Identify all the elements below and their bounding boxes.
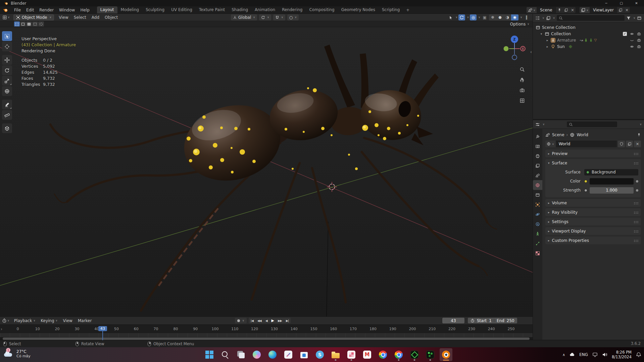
ortho-toggle-icon[interactable]: [519, 98, 525, 103]
clock-widget[interactable]: 8:26 PM 8/13/2024: [612, 350, 632, 359]
options-dropdown[interactable]: Options∨: [510, 22, 529, 27]
taskbar-app-green-app-2[interactable]: [424, 348, 437, 361]
start-frame-field[interactable]: 1: [489, 318, 492, 323]
outliner-row-scene-collection[interactable]: Scene Collection: [533, 24, 644, 31]
taskbar-app-snipping[interactable]: [282, 348, 295, 361]
shading-solid-button[interactable]: ●: [496, 14, 504, 20]
weather-widget[interactable]: 1 27°C Có mây: [3, 349, 31, 359]
playback-menu[interactable]: Playback∨: [11, 318, 38, 323]
taskbar-app-skype[interactable]: [313, 348, 326, 361]
tool-add-cube[interactable]: [2, 123, 12, 133]
playhead[interactable]: 43: [98, 326, 107, 331]
region-collapse-arrow[interactable]: ‹: [530, 49, 532, 54]
properties-tab-collection[interactable]: [533, 190, 542, 200]
unlink-scene-icon[interactable]: ×: [569, 7, 576, 13]
workspace-tab-sculpting[interactable]: Sculpting: [142, 6, 168, 13]
gizmos-toggle[interactable]: [458, 14, 465, 20]
outliner-row-collection[interactable]: ▾ Collection ✓: [533, 31, 644, 37]
timeline-editor-button[interactable]: ∨: [0, 318, 11, 323]
pin-id-icon[interactable]: [637, 133, 641, 137]
tray-overflow-icon[interactable]: ∧: [562, 353, 565, 357]
outliner-row-armature[interactable]: ▸ Armature ↝ ▽: [533, 37, 644, 43]
viewport-menu-2[interactable]: Add: [89, 15, 102, 20]
viewport-menu-3[interactable]: Object: [102, 15, 120, 20]
selectability-visibility-button[interactable]: [447, 14, 454, 20]
tool-cursor[interactable]: [2, 42, 12, 51]
transform-orientation-selector[interactable]: Global∨: [231, 14, 257, 20]
workspace-tab-texture-paint[interactable]: Texture Paint: [196, 6, 228, 13]
playhead-line[interactable]: [102, 331, 103, 340]
mode-selector[interactable]: Object Mode∨: [13, 14, 54, 20]
tool-rotate[interactable]: [2, 65, 12, 75]
jump-to-end-button[interactable]: ▶|: [284, 319, 291, 322]
notifications-bell-icon[interactable]: [636, 352, 641, 357]
properties-tab-tool[interactable]: [533, 132, 542, 141]
gizmo-minus-z-axis[interactable]: [512, 55, 517, 60]
pause-render-button[interactable]: ‖: [523, 14, 530, 20]
workspace-tab-animation[interactable]: Animation: [251, 6, 279, 13]
workspace-tab-rendering[interactable]: Rendering: [279, 6, 306, 13]
language-indicator[interactable]: ENG: [579, 352, 588, 357]
view-layer-name[interactable]: ViewLayer: [590, 7, 617, 13]
pan-hand-icon[interactable]: [519, 77, 525, 83]
menu-2[interactable]: Render: [37, 8, 56, 12]
section-custom-properties[interactable]: ▸Custom Properties: [545, 237, 641, 244]
scrollbar-thumb[interactable]: [3, 338, 530, 340]
taskbar-app-copilot[interactable]: [250, 348, 263, 361]
auto-keying-button[interactable]: ∨: [235, 318, 247, 323]
camera-view-icon[interactable]: [519, 88, 525, 93]
volume-icon[interactable]: [602, 352, 607, 357]
select-mode-invert[interactable]: [32, 21, 38, 27]
collection-checkbox[interactable]: ✓: [623, 32, 627, 36]
taskbar-app-chrome-2[interactable]: [392, 348, 405, 361]
world-name-field[interactable]: World: [556, 141, 617, 147]
proportional-editing-toggle[interactable]: ○∨: [287, 14, 299, 20]
surface-shader-field[interactable]: Background: [584, 169, 638, 175]
tool-scale[interactable]: [2, 76, 12, 86]
shading-material-button[interactable]: ◑: [504, 14, 511, 20]
section-settings[interactable]: ▸Settings: [545, 218, 641, 225]
marker-menu[interactable]: Marker: [75, 318, 94, 323]
collapse-icon[interactable]: ▾: [540, 32, 543, 36]
workspace-tab-uv-editing[interactable]: UV Editing: [168, 6, 196, 13]
gizmo-y-axis[interactable]: [504, 46, 509, 51]
section-ray-visibility[interactable]: ▸Ray Visibility: [545, 208, 641, 216]
properties-tab-bone[interactable]: [533, 239, 542, 248]
tool-select-box[interactable]: [2, 31, 12, 41]
prev-frame-button[interactable]: ◀: [263, 319, 269, 322]
shading-wireframe-button[interactable]: ⊕: [489, 14, 496, 20]
section-viewport-display[interactable]: ▸Viewport Display: [545, 227, 641, 235]
viewport-menu-1[interactable]: Select: [71, 15, 89, 20]
taskbar-app-blender[interactable]: [440, 348, 452, 361]
viewport-menu-0[interactable]: View: [56, 15, 71, 20]
properties-tab-render[interactable]: [533, 141, 542, 151]
select-mode-extend[interactable]: [20, 21, 26, 27]
minimize-button[interactable]: ─: [599, 0, 614, 6]
taskbar-app-task-view[interactable]: [235, 348, 247, 361]
taskbar-app-search[interactable]: [219, 348, 232, 361]
properties-tab-scene[interactable]: [533, 170, 542, 180]
scene-selector[interactable]: ∨ Scene ×: [527, 7, 576, 13]
display-mode-icon[interactable]: [535, 16, 540, 20]
expand-icon[interactable]: ▸: [546, 45, 549, 48]
maximize-button[interactable]: ▢: [614, 0, 629, 6]
viewport-canvas[interactable]: Z X User Perspective (43) Collection | A…: [0, 27, 533, 316]
timeline-ruler[interactable]: 43 0102030405060708090100110120130140150…: [0, 324, 533, 333]
taskbar-app-mail-app[interactable]: [361, 348, 374, 361]
hide-eye-icon[interactable]: [630, 45, 634, 49]
new-collection-icon[interactable]: [637, 16, 642, 20]
snap-toggle[interactable]: ∨: [273, 14, 285, 20]
workspace-tab-shading[interactable]: Shading: [228, 6, 251, 13]
render-visibility-icon[interactable]: [637, 45, 641, 49]
outliner-row-sun[interactable]: ▸ Sun: [533, 43, 644, 50]
properties-tab-object-data[interactable]: [533, 229, 542, 239]
add-workspace-button[interactable]: +: [403, 8, 412, 12]
select-mode-new[interactable]: [14, 21, 20, 27]
world-color-swatch[interactable]: [590, 178, 634, 185]
world-browse-button[interactable]: ∨: [545, 141, 555, 147]
animate-dot-icon[interactable]: [636, 189, 638, 192]
zoom-icon[interactable]: [519, 67, 525, 72]
unlink-datablock-icon[interactable]: ×: [634, 141, 641, 147]
menu-1[interactable]: Edit: [23, 8, 37, 12]
tool-move[interactable]: [2, 55, 12, 65]
